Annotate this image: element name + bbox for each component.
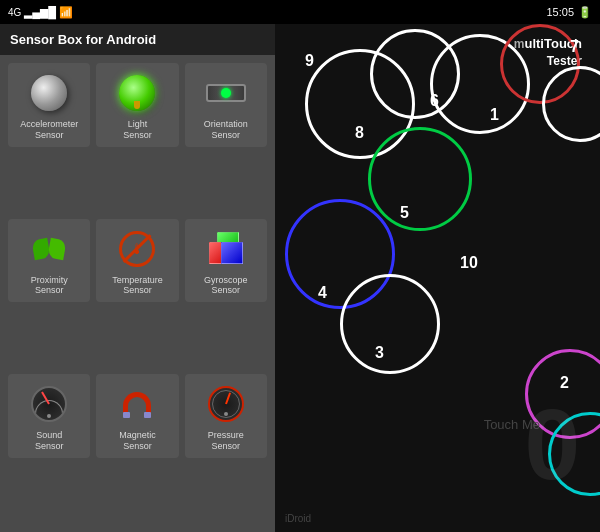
big-zero-label: 0 xyxy=(524,387,580,502)
magnetic-icon xyxy=(115,382,159,426)
sound-label: SoundSensor xyxy=(35,430,64,452)
time-display: 15:05 xyxy=(546,6,574,18)
orientation-icon xyxy=(204,71,248,115)
gyroscope-label: GyroscopeSensor xyxy=(204,275,248,297)
proximity-icon xyxy=(27,227,71,271)
status-right: 15:05 🔋 xyxy=(546,6,592,19)
signal-bars: ▂▄▆█ xyxy=(24,6,56,19)
touch-number-5: 5 xyxy=(400,204,409,222)
gyroscope-icon xyxy=(204,227,248,271)
sensor-magnetic[interactable]: MagneticSensor xyxy=(96,374,178,458)
signal-text: 4G xyxy=(8,7,21,18)
right-panel[interactable]: multiTouch Tester 97861543210 Touch Me 0… xyxy=(275,24,600,532)
status-bar: 4G ▂▄▆█ 📶 15:05 🔋 xyxy=(0,0,600,24)
left-panel: Sensor Box for Android AccelerometerSens… xyxy=(0,24,275,532)
touch-number-8: 8 xyxy=(355,124,364,142)
accelerometer-icon xyxy=(27,71,71,115)
touch-circle-8 xyxy=(340,274,440,374)
touch-number-9: 9 xyxy=(305,52,314,70)
sensor-gyroscope[interactable]: GyroscopeSensor xyxy=(185,219,267,303)
touch-number-10: 10 xyxy=(460,254,478,272)
wifi-icon: 📶 xyxy=(59,6,73,19)
sensor-accelerometer[interactable]: AccelerometerSensor xyxy=(8,63,90,147)
pressure-icon xyxy=(204,382,248,426)
droid-logo: iDroid xyxy=(285,513,311,524)
temperature-label: TemperatureSensor xyxy=(112,275,163,297)
battery-icon: 🔋 xyxy=(578,6,592,19)
touch-number-1: 1 xyxy=(490,106,499,124)
touch-number-7: 7 xyxy=(570,38,579,56)
accelerometer-label: AccelerometerSensor xyxy=(20,119,78,141)
magnetic-label: MagneticSensor xyxy=(119,430,156,452)
sensor-temperature[interactable]: 🌡 TemperatureSensor xyxy=(96,219,178,303)
light-label: LightSensor xyxy=(123,119,152,141)
app-title: Sensor Box for Android xyxy=(0,24,275,55)
orientation-label: OrientationSensor xyxy=(204,119,248,141)
pressure-label: PressureSensor xyxy=(208,430,244,452)
touch-number-4: 4 xyxy=(318,284,327,302)
main-content: Sensor Box for Android AccelerometerSens… xyxy=(0,24,600,532)
touch-number-3: 3 xyxy=(375,344,384,362)
sensor-orientation[interactable]: OrientationSensor xyxy=(185,63,267,147)
sensor-pressure[interactable]: PressureSensor xyxy=(185,374,267,458)
status-left: 4G ▂▄▆█ 📶 xyxy=(8,6,73,19)
sensor-light[interactable]: LightSensor xyxy=(96,63,178,147)
touch-number-6: 6 xyxy=(430,92,439,110)
touch-circle-6 xyxy=(368,127,472,231)
temperature-icon: 🌡 xyxy=(115,227,159,271)
sensor-sound[interactable]: SoundSensor xyxy=(8,374,90,458)
sensor-proximity[interactable]: ProximitySensor xyxy=(8,219,90,303)
sensor-grid: AccelerometerSensor LightSensor Orientat… xyxy=(0,55,275,532)
proximity-label: ProximitySensor xyxy=(31,275,68,297)
light-icon xyxy=(115,71,159,115)
sound-icon xyxy=(27,382,71,426)
